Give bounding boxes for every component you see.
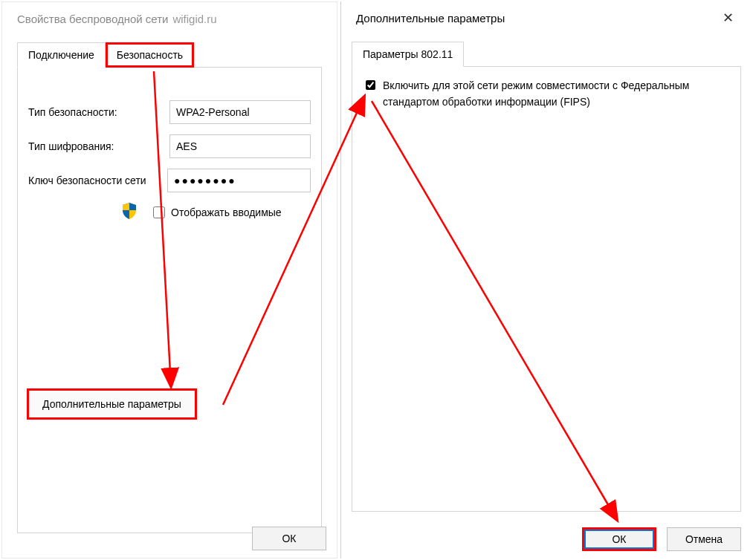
fips-label: Включить для этой сети режим совместимос…: [383, 77, 727, 110]
close-icon[interactable]: ✕: [715, 7, 741, 29]
encryption-type-label: Тип шифрования:: [28, 140, 169, 152]
advanced-params-dialog: Дополнительные параметры ✕ Параметры 802…: [340, 1, 752, 559]
show-characters-label: Отображать вводимые: [171, 206, 282, 218]
title-bar-right: Дополнительные параметры ✕: [341, 1, 752, 34]
dialog-subtitle: wifigid.ru: [172, 13, 216, 25]
network-key-input[interactable]: [167, 169, 311, 192]
advanced-settings-button[interactable]: Дополнительные параметры: [27, 388, 197, 420]
80211-tab-panel: Включить для этой сети режим совместимос…: [352, 66, 741, 512]
title-bar-left: Свойства беспроводной сети wifigid.ru: [2, 2, 337, 35]
ok-button-right[interactable]: ОК: [582, 527, 656, 551]
show-characters-row: Отображать вводимые: [153, 206, 282, 218]
encryption-type-select[interactable]: AES: [169, 134, 311, 158]
fips-checkbox[interactable]: [366, 79, 375, 91]
security-type-label: Тип безопасности:: [28, 106, 169, 118]
wireless-properties-dialog: Свойства беспроводной сети wifigid.ru По…: [1, 1, 337, 559]
cancel-button[interactable]: Отмена: [667, 527, 741, 551]
dialog-title: Свойства беспроводной сети: [17, 13, 168, 25]
tab-80211[interactable]: Параметры 802.11: [352, 42, 464, 67]
ok-button-left[interactable]: ОК: [252, 527, 326, 550]
security-tab-panel: Тип безопасности: WPA2-Personal Тип шифр…: [17, 67, 322, 533]
security-type-select[interactable]: WPA2-Personal: [169, 100, 311, 124]
tab-security[interactable]: Безопасность: [106, 42, 194, 68]
tabs-row: Подключение Безопасность: [2, 35, 337, 67]
network-key-label: Ключ безопасности сети: [28, 175, 167, 186]
tab-connection[interactable]: Подключение: [17, 42, 106, 68]
dialog-title-right: Дополнительные параметры: [356, 12, 505, 25]
uac-shield-icon: [122, 203, 137, 219]
show-characters-checkbox[interactable]: [153, 206, 165, 218]
